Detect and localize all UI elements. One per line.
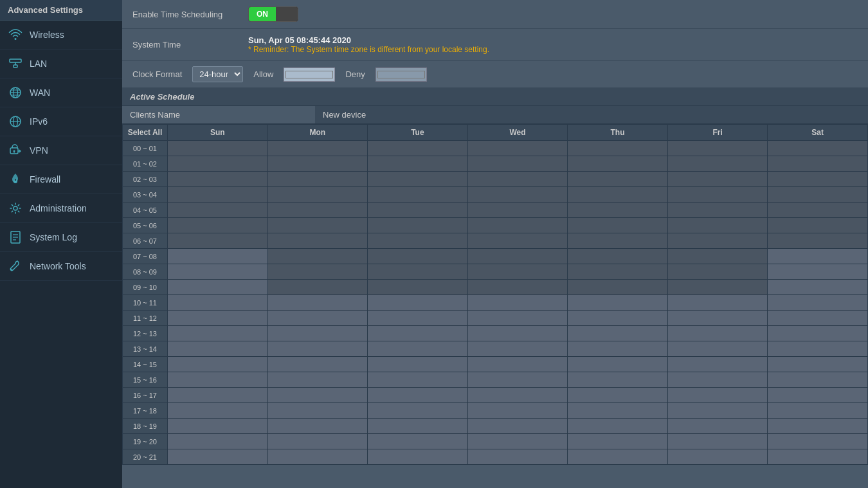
schedule-cell[interactable] [168,172,268,187]
schedule-cell[interactable] [368,341,468,357]
schedule-cell[interactable] [267,141,368,156]
schedule-cell[interactable] [467,295,568,311]
schedule-cell[interactable] [768,233,868,249]
schedule-cell[interactable] [768,280,868,295]
schedule-cell[interactable] [168,187,268,203]
schedule-cell[interactable] [467,218,568,233]
schedule-cell[interactable] [368,249,468,264]
schedule-cell[interactable] [168,388,268,403]
schedule-cell[interactable] [168,326,268,341]
schedule-cell[interactable] [368,187,468,203]
schedule-cell[interactable] [667,388,768,403]
sidebar-item-firewall[interactable]: Firewall [0,165,122,194]
schedule-cell[interactable] [267,449,368,465]
schedule-cell[interactable] [368,280,468,295]
schedule-cell[interactable] [168,280,268,295]
schedule-cell[interactable] [667,218,768,233]
sidebar-item-networktools[interactable]: Network Tools [0,252,122,281]
schedule-cell[interactable] [168,449,268,465]
schedule-cell[interactable] [368,295,468,311]
schedule-cell[interactable] [467,264,568,280]
schedule-cell[interactable] [768,172,868,187]
schedule-cell[interactable] [768,434,868,449]
schedule-cell[interactable] [168,249,268,264]
schedule-cell[interactable] [667,249,768,264]
schedule-cell[interactable] [368,403,468,419]
schedule-cell[interactable] [267,419,368,434]
schedule-cell[interactable] [267,203,368,218]
schedule-cell[interactable] [368,419,468,434]
schedule-cell[interactable] [368,357,468,372]
schedule-cell[interactable] [568,249,668,264]
schedule-cell[interactable] [368,233,468,249]
schedule-cell[interactable] [768,218,868,233]
schedule-cell[interactable] [568,388,668,403]
toggle-switch[interactable]: ON [248,6,298,22]
schedule-cell[interactable] [467,156,568,172]
schedule-cell[interactable] [768,449,868,465]
schedule-cell[interactable] [667,172,768,187]
schedule-cell[interactable] [768,264,868,280]
th-select-all[interactable]: Select All [123,125,168,141]
schedule-cell[interactable] [267,280,368,295]
schedule-cell[interactable] [667,156,768,172]
schedule-cell[interactable] [667,203,768,218]
schedule-cell[interactable] [768,295,868,311]
schedule-cell[interactable] [368,434,468,449]
schedule-cell[interactable] [667,419,768,434]
sidebar-item-systemlog[interactable]: System Log [0,223,122,252]
schedule-cell[interactable] [568,419,668,434]
schedule-cell[interactable] [368,218,468,233]
schedule-cell[interactable] [467,233,568,249]
schedule-cell[interactable] [467,172,568,187]
schedule-cell[interactable] [768,326,868,341]
schedule-cell[interactable] [467,341,568,357]
schedule-cell[interactable] [768,156,868,172]
schedule-cell[interactable] [467,449,568,465]
schedule-cell[interactable] [467,326,568,341]
schedule-cell[interactable] [568,372,668,388]
schedule-cell[interactable] [667,187,768,203]
schedule-cell[interactable] [467,311,568,326]
schedule-cell[interactable] [267,311,368,326]
sidebar-item-wireless[interactable]: Wireless [0,21,122,50]
schedule-cell[interactable] [368,203,468,218]
schedule-cell[interactable] [667,311,768,326]
schedule-cell[interactable] [267,233,368,249]
schedule-cell[interactable] [467,280,568,295]
schedule-cell[interactable] [267,357,368,372]
schedule-cell[interactable] [368,264,468,280]
schedule-cell[interactable] [667,357,768,372]
schedule-cell[interactable] [168,233,268,249]
schedule-cell[interactable] [267,172,368,187]
clock-format-select[interactable]: 24-hour 12-hour [192,66,243,82]
schedule-cell[interactable] [467,141,568,156]
schedule-cell[interactable] [168,341,268,357]
schedule-cell[interactable] [667,295,768,311]
schedule-cell[interactable] [368,372,468,388]
schedule-cell[interactable] [568,233,668,249]
schedule-cell[interactable] [467,419,568,434]
schedule-cell[interactable] [267,187,368,203]
schedule-cell[interactable] [568,203,668,218]
schedule-cell[interactable] [168,156,268,172]
schedule-cell[interactable] [267,249,368,264]
schedule-cell[interactable] [768,372,868,388]
schedule-cell[interactable] [768,311,868,326]
schedule-cell[interactable] [267,341,368,357]
schedule-cell[interactable] [168,295,268,311]
schedule-cell[interactable] [467,357,568,372]
schedule-cell[interactable] [568,172,668,187]
schedule-cell[interactable] [667,280,768,295]
schedule-cell[interactable] [768,203,868,218]
schedule-cell[interactable] [168,372,268,388]
sidebar-item-vpn[interactable]: VPN [0,136,122,165]
schedule-cell[interactable] [368,326,468,341]
schedule-cell[interactable] [568,326,668,341]
schedule-cell[interactable] [267,372,368,388]
schedule-cell[interactable] [568,218,668,233]
schedule-cell[interactable] [467,187,568,203]
schedule-cell[interactable] [168,357,268,372]
schedule-cell[interactable] [467,434,568,449]
allow-color-input[interactable] [284,68,335,82]
